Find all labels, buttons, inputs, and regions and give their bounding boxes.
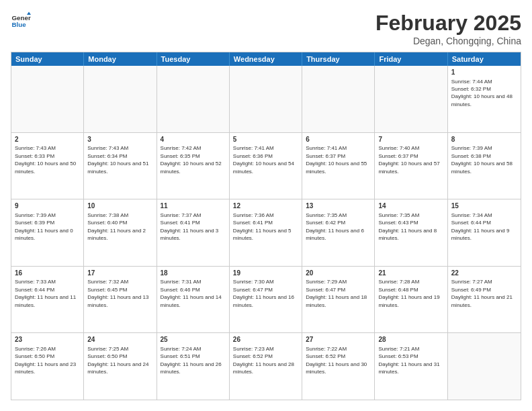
day-number: 16 — [15, 269, 80, 278]
day-info: Sunrise: 7:34 AM Sunset: 6:44 PM Dayligh… — [451, 212, 510, 241]
svg-text:Blue: Blue — [12, 21, 27, 28]
calendar-day: 11Sunrise: 7:37 AM Sunset: 6:41 PM Dayli… — [157, 199, 230, 266]
weekday-header: Sunday — [11, 52, 84, 66]
day-number: 14 — [378, 201, 443, 211]
day-number: 13 — [306, 201, 371, 211]
day-info: Sunrise: 7:40 AM Sunset: 6:37 PM Dayligh… — [378, 145, 439, 174]
day-number: 6 — [306, 135, 371, 144]
logo-icon: General Blue — [11, 11, 31, 31]
day-info: Sunrise: 7:24 AM Sunset: 6:51 PM Dayligh… — [161, 346, 222, 375]
day-info: Sunrise: 7:23 AM Sunset: 6:52 PM Dayligh… — [233, 346, 294, 375]
location-subtitle: Degan, Chongqing, China — [375, 36, 521, 46]
calendar-day: 26Sunrise: 7:23 AM Sunset: 6:52 PM Dayli… — [230, 333, 302, 400]
calendar-day: 9Sunrise: 7:39 AM Sunset: 6:39 PM Daylig… — [11, 199, 84, 266]
calendar-header: SundayMondayTuesdayWednesdayThursdayFrid… — [11, 52, 521, 66]
weekday-header: Friday — [375, 52, 447, 66]
calendar-day: 27Sunrise: 7:22 AM Sunset: 6:52 PM Dayli… — [302, 333, 375, 400]
day-info: Sunrise: 7:35 AM Sunset: 6:43 PM Dayligh… — [378, 212, 437, 241]
calendar-row: 2Sunrise: 7:43 AM Sunset: 6:33 PM Daylig… — [11, 133, 521, 200]
day-number: 1 — [451, 68, 517, 77]
calendar-empty-day — [302, 66, 375, 132]
day-number: 19 — [233, 269, 298, 278]
day-info: Sunrise: 7:29 AM Sunset: 6:47 PM Dayligh… — [306, 279, 367, 308]
svg-marker-2 — [27, 12, 31, 15]
calendar-day: 1Sunrise: 7:44 AM Sunset: 6:32 PM Daylig… — [448, 66, 521, 132]
calendar-day: 15Sunrise: 7:34 AM Sunset: 6:44 PM Dayli… — [448, 199, 521, 266]
day-number: 12 — [233, 201, 298, 211]
day-number: 4 — [161, 135, 226, 144]
day-info: Sunrise: 7:33 AM Sunset: 6:44 PM Dayligh… — [15, 279, 76, 308]
day-info: Sunrise: 7:21 AM Sunset: 6:53 PM Dayligh… — [378, 346, 439, 375]
calendar-empty-day — [375, 66, 447, 132]
day-info: Sunrise: 7:43 AM Sunset: 6:34 PM Dayligh… — [87, 145, 148, 174]
weekday-header: Wednesday — [230, 52, 302, 66]
day-number: 18 — [161, 269, 226, 278]
day-info: Sunrise: 7:26 AM Sunset: 6:50 PM Dayligh… — [15, 346, 76, 375]
calendar-day: 7Sunrise: 7:40 AM Sunset: 6:37 PM Daylig… — [375, 133, 447, 199]
calendar-day: 23Sunrise: 7:26 AM Sunset: 6:50 PM Dayli… — [11, 333, 84, 400]
header: General Blue February 2025 Degan, Chongq… — [11, 11, 521, 46]
day-number: 27 — [306, 335, 371, 345]
day-info: Sunrise: 7:31 AM Sunset: 6:46 PM Dayligh… — [161, 279, 222, 308]
calendar-day: 2Sunrise: 7:43 AM Sunset: 6:33 PM Daylig… — [11, 133, 84, 199]
calendar-empty-day — [11, 66, 84, 132]
svg-text:General: General — [12, 14, 32, 21]
day-info: Sunrise: 7:35 AM Sunset: 6:42 PM Dayligh… — [306, 212, 364, 241]
day-info: Sunrise: 7:28 AM Sunset: 6:48 PM Dayligh… — [378, 279, 439, 308]
calendar-day: 16Sunrise: 7:33 AM Sunset: 6:44 PM Dayli… — [11, 267, 84, 333]
day-number: 11 — [161, 201, 226, 211]
calendar-day: 10Sunrise: 7:38 AM Sunset: 6:40 PM Dayli… — [84, 199, 157, 266]
calendar-day: 4Sunrise: 7:42 AM Sunset: 6:35 PM Daylig… — [157, 133, 230, 199]
day-number: 7 — [378, 135, 443, 144]
calendar-empty-day — [448, 333, 521, 400]
calendar-day: 25Sunrise: 7:24 AM Sunset: 6:51 PM Dayli… — [157, 333, 230, 400]
day-number: 23 — [15, 335, 80, 345]
day-info: Sunrise: 7:22 AM Sunset: 6:52 PM Dayligh… — [306, 346, 367, 375]
weekday-header: Tuesday — [157, 52, 230, 66]
weekday-header: Saturday — [448, 52, 521, 66]
day-info: Sunrise: 7:44 AM Sunset: 6:32 PM Dayligh… — [451, 79, 513, 107]
page: General Blue February 2025 Degan, Chongq… — [0, 0, 532, 411]
calendar-day: 24Sunrise: 7:25 AM Sunset: 6:50 PM Dayli… — [84, 333, 157, 400]
calendar-day: 22Sunrise: 7:27 AM Sunset: 6:49 PM Dayli… — [448, 267, 521, 333]
calendar-day: 21Sunrise: 7:28 AM Sunset: 6:48 PM Dayli… — [375, 267, 447, 333]
calendar: SundayMondayTuesdayWednesdayThursdayFrid… — [11, 52, 521, 400]
calendar-row: 1Sunrise: 7:44 AM Sunset: 6:32 PM Daylig… — [11, 66, 521, 133]
day-number: 9 — [15, 201, 80, 211]
weekday-header: Thursday — [302, 52, 375, 66]
calendar-day: 8Sunrise: 7:39 AM Sunset: 6:38 PM Daylig… — [448, 133, 521, 199]
day-info: Sunrise: 7:41 AM Sunset: 6:36 PM Dayligh… — [233, 145, 294, 174]
calendar-day: 6Sunrise: 7:41 AM Sunset: 6:37 PM Daylig… — [302, 133, 375, 199]
month-title: February 2025 — [375, 11, 521, 36]
calendar-body: 1Sunrise: 7:44 AM Sunset: 6:32 PM Daylig… — [11, 66, 521, 400]
day-info: Sunrise: 7:37 AM Sunset: 6:41 PM Dayligh… — [161, 212, 219, 241]
day-number: 26 — [233, 335, 298, 345]
calendar-empty-day — [230, 66, 302, 132]
calendar-empty-day — [84, 66, 157, 132]
day-number: 8 — [451, 135, 517, 144]
day-info: Sunrise: 7:30 AM Sunset: 6:47 PM Dayligh… — [233, 279, 294, 308]
day-info: Sunrise: 7:39 AM Sunset: 6:39 PM Dayligh… — [15, 212, 73, 241]
day-number: 10 — [87, 201, 152, 211]
day-number: 20 — [306, 269, 371, 278]
calendar-row: 9Sunrise: 7:39 AM Sunset: 6:39 PM Daylig… — [11, 199, 521, 267]
title-block: February 2025 Degan, Chongqing, China — [375, 11, 521, 46]
calendar-day: 3Sunrise: 7:43 AM Sunset: 6:34 PM Daylig… — [84, 133, 157, 199]
day-info: Sunrise: 7:41 AM Sunset: 6:37 PM Dayligh… — [306, 145, 367, 174]
weekday-header: Monday — [84, 52, 157, 66]
day-info: Sunrise: 7:42 AM Sunset: 6:35 PM Dayligh… — [161, 145, 222, 174]
day-number: 3 — [87, 135, 152, 144]
day-info: Sunrise: 7:36 AM Sunset: 6:41 PM Dayligh… — [233, 212, 292, 241]
calendar-empty-day — [157, 66, 230, 132]
calendar-day: 13Sunrise: 7:35 AM Sunset: 6:42 PM Dayli… — [302, 199, 375, 266]
calendar-day: 19Sunrise: 7:30 AM Sunset: 6:47 PM Dayli… — [230, 267, 302, 333]
day-number: 17 — [87, 269, 152, 278]
day-info: Sunrise: 7:25 AM Sunset: 6:50 PM Dayligh… — [87, 346, 148, 375]
calendar-day: 5Sunrise: 7:41 AM Sunset: 6:36 PM Daylig… — [230, 133, 302, 199]
day-info: Sunrise: 7:43 AM Sunset: 6:33 PM Dayligh… — [15, 145, 76, 174]
day-info: Sunrise: 7:39 AM Sunset: 6:38 PM Dayligh… — [451, 145, 513, 174]
day-number: 21 — [378, 269, 443, 278]
logo: General Blue — [11, 11, 31, 31]
calendar-day: 20Sunrise: 7:29 AM Sunset: 6:47 PM Dayli… — [302, 267, 375, 333]
day-number: 2 — [15, 135, 80, 144]
